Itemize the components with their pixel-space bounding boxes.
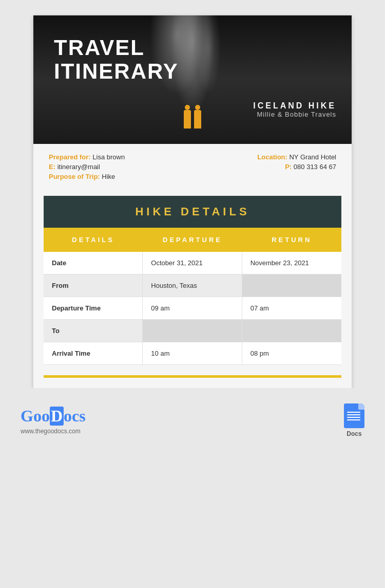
logo-ocs: ocs (64, 407, 86, 425)
docs-line-3 (347, 417, 360, 418)
bottom-accent-line (44, 375, 341, 378)
trip-name: ICELAND HIKE (253, 101, 336, 111)
docs-line-4 (347, 419, 360, 420)
prepared-for-label: Prepared for: (49, 153, 91, 161)
prepared-for-row: Prepared for: Lisa brown (49, 153, 125, 161)
footer-logo: GooDocs www.thegoodocs.com (21, 407, 86, 435)
departure-time-departure: 09 am (143, 297, 242, 319)
phone-label: P: (285, 163, 292, 171)
info-section: Prepared for: Lisa brown E: itinerary@ma… (33, 144, 352, 188)
arrival-time-return: 08 pm (242, 342, 341, 364)
phone-row: P: 080 313 64 67 (257, 163, 336, 171)
info-right: Location: NY Grand Hotel P: 080 313 64 6… (257, 153, 336, 171)
row-departure-time: Departure Time 09 am 07 am (44, 297, 341, 320)
prepared-for-value: Lisa brown (92, 153, 125, 161)
docs-line-1 (347, 412, 360, 413)
hero-figures (184, 110, 201, 128)
to-departure (143, 320, 242, 342)
footer-url: www.thegoodocs.com (21, 428, 86, 435)
company-name: Millie & Bobbie Travels (253, 111, 336, 118)
hike-details-header: HIKE DETAILS (44, 196, 341, 228)
hero-title: TRAVEL ITINERARY (54, 36, 179, 83)
document: TRAVEL ITINERARY ICELAND HIKE Millie & B… (33, 15, 352, 388)
location-label: Location: (257, 153, 287, 161)
col-header-departure: DEPARTURE (143, 228, 242, 252)
location-value: NY Grand Hotel (289, 153, 336, 161)
date-return: November 23, 2021 (242, 252, 341, 274)
docs-icon: Docs (344, 403, 364, 437)
from-departure: Houston, Texas (143, 274, 242, 297)
figure-left (184, 110, 191, 128)
departure-time-label: Departure Time (44, 297, 143, 319)
arrival-time-departure: 10 am (143, 342, 242, 364)
info-grid: Prepared for: Lisa brown E: itinerary@ma… (49, 153, 336, 180)
docs-icon-image (344, 403, 364, 428)
title-line1: TRAVEL (54, 36, 179, 60)
arrival-time-label: Arrival Time (44, 342, 143, 364)
departure-time-return: 07 am (242, 297, 341, 319)
to-return (242, 320, 341, 342)
column-headers: DETAILS DEPARTURE RETURN (44, 228, 341, 252)
location-row: Location: NY Grand Hotel (257, 153, 336, 161)
purpose-label: Purpose of Trip: (49, 173, 100, 180)
docs-icon-lines (347, 412, 360, 420)
email-row: E: itinerary@mail (49, 163, 125, 171)
figure-right (194, 110, 201, 128)
info-left: Prepared for: Lisa brown E: itinerary@ma… (49, 153, 125, 180)
from-return (242, 274, 341, 297)
logo-text: GooDocs (21, 407, 86, 426)
logo-d: D (50, 407, 64, 426)
row-from: From Houston, Texas (44, 274, 341, 297)
col-header-return: RETURN (242, 228, 341, 252)
email-value: itinerary@mail (57, 163, 100, 171)
hero-subtitle: ICELAND HIKE Millie & Bobbie Travels (253, 101, 336, 118)
logo-goo: Goo (21, 407, 50, 425)
docs-line-2 (347, 414, 360, 415)
title-line2: ITINERARY (54, 60, 179, 83)
col-header-details: DETAILS (44, 228, 143, 252)
date-departure: October 31, 2021 (143, 252, 242, 274)
hero-section: TRAVEL ITINERARY ICELAND HIKE Millie & B… (33, 15, 352, 144)
hike-details-title: HIKE DETAILS (53, 205, 332, 218)
footer: GooDocs www.thegoodocs.com Docs (0, 388, 385, 453)
purpose-row: Purpose of Trip: Hike (49, 173, 125, 180)
phone-value: 080 313 64 67 (294, 163, 336, 171)
to-label: To (44, 320, 143, 342)
purpose-value: Hike (102, 173, 115, 180)
email-label: E: (49, 163, 55, 171)
row-to: To (44, 320, 341, 342)
hike-details-table: DETAILS DEPARTURE RETURN Date October 31… (44, 228, 341, 365)
row-date: Date October 31, 2021 November 23, 2021 (44, 252, 341, 274)
row-arrival-time: Arrival Time 10 am 08 pm (44, 342, 341, 365)
docs-label: Docs (346, 430, 361, 437)
from-label: From (44, 274, 143, 297)
date-label: Date (44, 252, 143, 274)
